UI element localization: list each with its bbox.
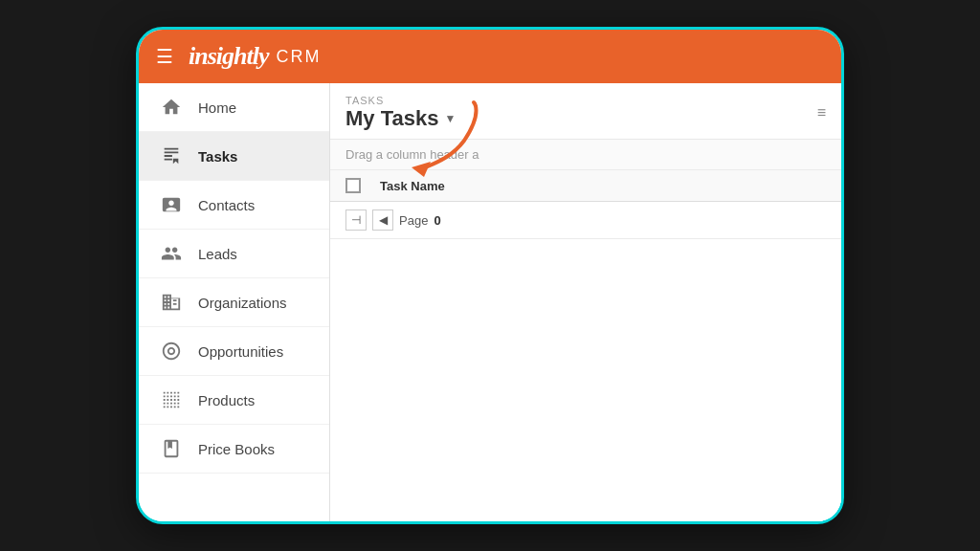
opportunities-icon [158,341,185,362]
select-all-checkbox[interactable] [345,178,368,193]
prev-page-button[interactable]: ◀ [372,209,393,231]
tasks-icon [158,145,185,166]
page-number: 0 [434,213,440,228]
pagination-row: ⊣ ◀ Page 0 [330,202,841,239]
sidebar-item-pricebooks[interactable]: Price Books [139,425,329,474]
organizations-icon [158,292,185,313]
menu-lines-icon[interactable]: ≡ [817,104,826,121]
sidebar-item-contacts-label: Contacts [198,197,255,213]
hamburger-icon[interactable]: ☰ [156,45,173,68]
sidebar-item-products-label: Products [198,392,255,408]
sidebar-item-organizations[interactable]: Organizations [139,278,329,327]
main-content: Home Tasks Contacts Leads [139,83,841,521]
sidebar-item-home[interactable]: Home [139,83,329,132]
col-header-task-name: Task Name [380,179,445,193]
sidebar-item-opportunities-label: Opportunities [198,343,283,360]
sidebar-item-leads[interactable]: Leads [139,230,329,278]
content-header: TASKS My Tasks ▼ ≡ [330,83,841,140]
tasks-title-row: My Tasks ▼ [345,106,456,131]
checkbox-icon[interactable] [345,178,361,193]
contacts-icon [158,194,185,215]
sidebar-item-tasks-label: Tasks [198,148,237,165]
tasks-title: My Tasks [345,106,438,131]
sidebar-item-products[interactable]: Products [139,376,329,425]
dropdown-caret-icon[interactable]: ▼ [444,112,456,125]
leads-icon [158,243,185,264]
sidebar-item-tasks[interactable]: Tasks [139,132,329,181]
sidebar: Home Tasks Contacts Leads [139,83,330,521]
first-page-button[interactable]: ⊣ [345,209,367,231]
crm-label: CRM [276,47,321,67]
sidebar-item-home-label: Home [198,99,236,116]
brand-name: insightly [189,42,268,71]
section-label: TASKS [345,95,456,106]
content-panel: TASKS My Tasks ▼ ≡ Drag a column header … [330,83,841,521]
panel-wrapper: TASKS My Tasks ▼ ≡ Drag a column header … [330,83,841,521]
sidebar-item-leads-label: Leads [198,246,237,262]
page-label: Page [399,213,428,228]
table-header: Task Name [330,170,841,202]
sidebar-item-contacts[interactable]: Contacts [139,181,329,230]
home-icon [158,97,185,118]
sidebar-item-opportunities[interactable]: Opportunities [139,327,329,376]
navbar: ☰ insightly CRM [139,30,841,83]
pricebooks-icon [158,438,185,459]
sidebar-item-pricebooks-label: Price Books [198,441,275,457]
products-icon [158,389,185,410]
drag-hint: Drag a column header a [330,140,841,170]
sidebar-item-organizations-label: Organizations [198,295,287,311]
content-body [330,239,841,521]
